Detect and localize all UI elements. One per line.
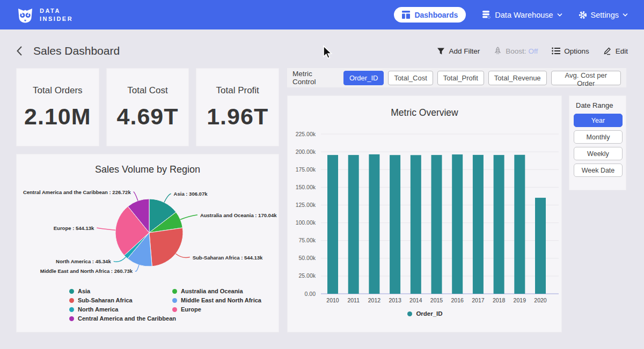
y-axis-tick-label: 0.00 [305, 291, 316, 297]
bar-2018 [494, 155, 504, 294]
pie-slice-label: Australia and Oceania : 170.04k [200, 212, 277, 218]
x-axis-tick-label: 2020 [534, 297, 547, 303]
bar-chart-svg: 0.0025.00k50.00k75.00k100.00k125.00k150.… [288, 124, 562, 309]
bar-chart-legend: Order_ID [288, 310, 562, 317]
kpi-row: Total Orders 2.10M Total Cost 4.69T Tota… [16, 68, 279, 146]
kpi-card-total-cost: Total Cost 4.69T [106, 68, 189, 146]
owl-logo-icon [16, 6, 34, 24]
edit-button[interactable]: Edit [603, 47, 628, 55]
boost-label: Boost: [506, 47, 526, 55]
bar-2013 [390, 155, 400, 294]
bar-2019 [514, 155, 525, 294]
pie-slice-label: Asia : 306.07k [174, 191, 208, 197]
pie-legend-item[interactable]: Sub-Saharan Africa [69, 297, 172, 303]
gear-icon [579, 11, 587, 19]
pie-leader-line [97, 228, 115, 230]
legend-dot-icon [172, 289, 177, 294]
kpi-card-total-orders: Total Orders 2.10M [16, 68, 99, 146]
kpi-value: 1.96T [207, 103, 268, 130]
legend-dot-icon [69, 289, 74, 294]
bar-2011 [348, 155, 359, 294]
options-list-icon [552, 47, 560, 55]
x-axis-tick-label: 2019 [514, 297, 526, 303]
rocket-icon [494, 47, 502, 55]
pie-legend-item[interactable]: Central America and the Caribbean [69, 315, 172, 322]
pie-leader-line [175, 254, 189, 257]
back-button[interactable] [16, 46, 23, 56]
legend-dot-icon [172, 307, 177, 312]
boost-toggle[interactable]: Boost: Off [494, 47, 538, 55]
x-axis-tick-label: 2014 [409, 297, 422, 303]
edit-pencil-icon [603, 47, 612, 55]
metric-option-total-revenue[interactable]: Total_Revenue [488, 71, 547, 85]
chevron-down-icon [623, 13, 628, 17]
legend-dot-icon [69, 307, 74, 312]
date-range-label: Date Range [576, 101, 621, 109]
legend-dot-icon [69, 316, 74, 321]
nav-actions: Dashboards Data Warehouse Settings [394, 7, 628, 23]
filter-funnel-icon [437, 47, 445, 55]
date-range-panel: Date Range YearMonthlyWeeklyWeek Date [569, 95, 626, 190]
pie-legend-item[interactable]: Middle East and North Africa [172, 297, 261, 303]
legend-label: Sub-Saharan Africa [78, 297, 133, 303]
brand-logo[interactable]: DATA INSIDER [16, 6, 73, 24]
x-axis-tick-label: 2012 [368, 297, 381, 303]
bar-2012 [369, 154, 379, 294]
add-filter-button[interactable]: Add Filter [437, 47, 480, 55]
data-warehouse-menu[interactable]: Data Warehouse [482, 10, 562, 19]
bar-2015 [431, 155, 442, 294]
metric-option-total-profit[interactable]: Total_Profit [437, 71, 484, 85]
metric-option-avg-cost-per-order[interactable]: Avg. Cost per Order [551, 71, 621, 85]
page-header: Sales Dashboard Add Filter Boost: Off Op… [16, 40, 628, 62]
date-range-option-year[interactable]: Year [574, 114, 623, 127]
y-axis-tick-label: 175.00k [296, 166, 316, 173]
kpi-label: Total Cost [127, 85, 168, 96]
pie-chart-card: Asia : 306.07kAustralia and Oceania : 17… [16, 154, 279, 332]
dashboards-button[interactable]: Dashboards [394, 7, 466, 23]
bar-2020 [535, 198, 546, 294]
legend-label: Australia and Oceania [181, 288, 243, 294]
chevron-down-icon [557, 13, 562, 17]
pie-legend-item[interactable]: Australia and Oceania [172, 288, 261, 294]
pie-leader-line [114, 257, 126, 262]
y-axis-tick-label: 150.00k [296, 184, 316, 190]
legend-label: North America [78, 306, 118, 313]
boost-state: Off [528, 47, 538, 55]
pie-slice-label: North America : 45.34k [56, 258, 111, 264]
x-axis-tick-label: 2018 [493, 297, 506, 303]
pie-slice-label: Central America and the Caribbean : 226.… [23, 189, 131, 195]
kpi-label: Total Orders [33, 85, 83, 96]
bar-legend-item[interactable]: Order_ID [407, 310, 442, 317]
top-nav-bar: DATA INSIDER Dashboards Data Warehouse [0, 0, 644, 29]
x-axis-tick-label: 2017 [472, 297, 485, 303]
legend-label: Central America and the Caribbean [78, 315, 176, 322]
settings-menu[interactable]: Settings [579, 11, 628, 19]
pie-chart-title: Sales Volume by Region [17, 164, 279, 175]
x-axis-tick-label: 2015 [430, 297, 443, 303]
legend-dot-icon [172, 298, 177, 303]
bar-2014 [411, 155, 421, 294]
legend-label: Europe [181, 306, 201, 313]
x-axis-tick-label: 2011 [347, 297, 360, 303]
pie-slice-label: Sub-Saharan Africa : 544.13k [193, 255, 263, 261]
bar-2016 [452, 154, 463, 294]
pie-legend-item[interactable]: Asia [69, 288, 172, 294]
app: { "brand": { "line1": "DATA", "line2": "… [0, 0, 644, 349]
kpi-label: Total Profit [216, 85, 259, 96]
x-axis-tick-label: 2013 [389, 297, 401, 303]
options-button[interactable]: Options [552, 47, 589, 55]
metric-option-total-cost[interactable]: Total_Cost [388, 71, 433, 85]
date-range-option-week-date[interactable]: Week Date [574, 164, 623, 177]
header-actions: Add Filter Boost: Off Options Ed [437, 47, 628, 55]
pie-chart-legend: AsiaAustralia and OceaniaSub-Saharan Afr… [69, 288, 261, 322]
bar-2017 [473, 155, 484, 294]
legend-dot-icon [69, 298, 74, 303]
pie-legend-item[interactable]: Europe [172, 306, 261, 313]
y-axis-tick-label: 75.00k [298, 237, 316, 243]
date-range-option-monthly[interactable]: Monthly [574, 130, 623, 144]
database-icon [482, 10, 491, 19]
pie-legend-item[interactable]: North America [69, 306, 172, 313]
metric-option-order-id[interactable]: Order_ID [343, 71, 384, 85]
legend-label: Asia [78, 288, 90, 294]
date-range-option-weekly[interactable]: Weekly [574, 147, 623, 160]
